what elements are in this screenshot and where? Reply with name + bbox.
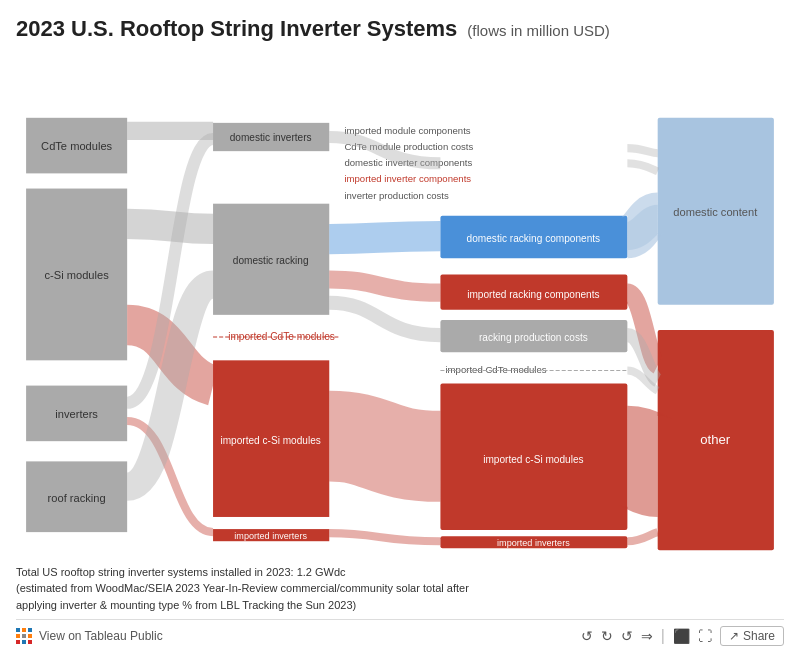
tableau-label: View on Tableau Public [39, 629, 163, 643]
flow-imp-csi-other [627, 456, 657, 466]
fullscreen-icon[interactable]: ⛶ [698, 628, 712, 644]
label-cdte: CdTe modules [41, 140, 112, 152]
label-other: other [700, 432, 731, 447]
label-imp-inv-right: imported inverters [497, 538, 570, 548]
flow-csi-dom-rack [127, 224, 213, 229]
footer-controls: ↺ ↻ ↺ ⇒ | ⬛ ⛶ ↗ Share [581, 626, 784, 646]
label-imp-inv-comp: imported inverter components [344, 173, 471, 184]
flow-cdte-prod-dom [627, 163, 657, 171]
label-racking: roof racking [48, 492, 106, 504]
tableau-link[interactable]: View on Tableau Public [16, 628, 163, 645]
flow-imp-mod-dom [627, 148, 657, 153]
flow-imp-csi-right [329, 436, 440, 456]
label-imp-csi: imported c-Si modules [220, 435, 320, 446]
label-imp-rack-comp: imported racking components [467, 289, 599, 300]
flow-dom-rack-comp [329, 236, 440, 239]
main-container: 2023 U.S. Rooftop String Inverter System… [0, 0, 800, 652]
label-inv-prod: inverter production costs [344, 190, 449, 201]
caption-line2: (estimated from WoodMac/SEIA 2023 Year-I… [16, 580, 784, 597]
share-label: Share [743, 629, 775, 643]
footer-caption: Total US rooftop string inverter systems… [16, 556, 784, 618]
caption-line3: applying inverter & mounting type % from… [16, 597, 784, 614]
download-icon[interactable]: ⬛ [673, 628, 690, 644]
flow-imp-inv-right [329, 533, 440, 541]
label-rack-prod: racking production costs [479, 332, 588, 343]
chart-title: 2023 U.S. Rooftop String Inverter System… [16, 16, 457, 42]
label-dom-rack-comp: domestic racking components [467, 233, 601, 244]
label-imp-mod-comp: imported module components [344, 125, 470, 136]
label-inverters: inverters [55, 408, 98, 420]
flow-rack-prod [329, 303, 440, 335]
tableau-logo [16, 628, 33, 645]
label-csi: c-Si modules [45, 269, 110, 281]
share-button[interactable]: ↗ Share [720, 626, 784, 646]
share-icon: ↗ [729, 629, 739, 643]
flow-imp-inv-other [627, 532, 657, 541]
chart-area: CdTe modules c-Si modules inverters roof… [16, 54, 784, 556]
forward-icon[interactable]: ⇒ [641, 628, 653, 644]
chart-subtitle: (flows in million USD) [467, 22, 610, 39]
back-icon[interactable]: ↺ [621, 628, 633, 644]
redo-icon[interactable]: ↻ [601, 628, 613, 644]
label-dom-inv: domestic inverters [230, 132, 312, 143]
sankey-chart: CdTe modules c-Si modules inverters roof… [16, 54, 784, 556]
undo-icon[interactable]: ↺ [581, 628, 593, 644]
footer-bar: View on Tableau Public ↺ ↻ ↺ ⇒ | ⬛ ⛶ ↗ S… [16, 619, 784, 652]
flow-rack-to-dom [627, 219, 657, 236]
flow-imp-rack-comp [329, 279, 440, 292]
label-imp-inv-mid: imported inverters [234, 531, 307, 541]
label-dom-content: domestic content [673, 206, 757, 218]
header: 2023 U.S. Rooftop String Inverter System… [16, 16, 784, 42]
label-dom-rack: domestic racking [233, 255, 309, 266]
label-imp-csi-right: imported c-Si modules [483, 454, 583, 465]
caption-line1: Total US rooftop string inverter systems… [16, 564, 784, 581]
